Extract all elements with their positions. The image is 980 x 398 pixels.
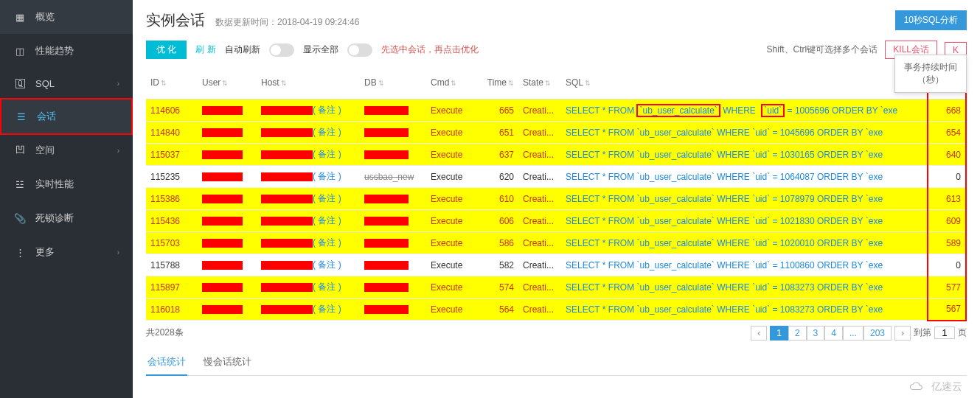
- cell-cmd: Execute: [426, 276, 478, 298]
- cell-sql[interactable]: SELECT * FROM `ub_user_calculate` WHERE …: [561, 254, 928, 276]
- tab-session-stats[interactable]: 会话统计: [146, 349, 187, 376]
- cell-state: Creati...: [518, 298, 561, 321]
- page-button[interactable]: 4: [824, 326, 843, 341]
- cell-time: 564: [478, 298, 518, 321]
- page-title: 实例会话: [146, 10, 205, 30]
- cell-db: [360, 100, 426, 122]
- sidebar-item-sql[interactable]: 🅀 SQL ›: [0, 68, 133, 100]
- col-db[interactable]: DB⇅: [360, 66, 426, 100]
- cell-state: Creati...: [518, 210, 561, 232]
- table-row[interactable]: 116018( 备注 )Execute564Creati...SELECT * …: [146, 298, 966, 321]
- sql-analysis-button[interactable]: 10秒SQL分析: [895, 10, 967, 30]
- page-button[interactable]: 3: [807, 326, 825, 341]
- sidebar-item-deadlock[interactable]: 📎 死锁诊断: [0, 201, 133, 235]
- cell-id: 114840: [146, 122, 198, 144]
- cell-cmd: Execute: [426, 166, 478, 188]
- col-sql[interactable]: SQL⇅: [561, 66, 928, 100]
- cell-id: 115788: [146, 254, 198, 276]
- cell-time: 574: [478, 276, 518, 298]
- cell-trx: 668: [928, 100, 966, 122]
- refresh-link[interactable]: 刷 新: [195, 43, 215, 56]
- cell-sql[interactable]: SELECT * FROM `ub_user_calculate` WHERE …: [561, 232, 928, 254]
- goto-page-input[interactable]: [934, 327, 955, 339]
- sidebar-item-perf-trend[interactable]: ◫ 性能趋势: [0, 34, 133, 68]
- cell-sql[interactable]: SELECT * FROM `ub_user_calculate` WHERE …: [561, 122, 928, 144]
- cell-sql[interactable]: SELECT * FROM `ub_user_calculate` WHERE …: [561, 210, 928, 232]
- cell-user: [198, 232, 257, 254]
- chevron-right-icon: ›: [117, 248, 119, 256]
- show-all-switch[interactable]: [347, 43, 372, 57]
- col-user[interactable]: User⇅: [198, 66, 257, 100]
- cell-sql[interactable]: SELECT * FROM `ub_user_calculate` WHERE …: [561, 188, 928, 210]
- goto-label: 到第: [914, 327, 931, 339]
- watermark: 亿速云: [908, 380, 962, 394]
- cell-sql[interactable]: SELECT * FROM `ub_user_calculate` WHERE …: [561, 100, 928, 122]
- cell-id: 116018: [146, 298, 198, 321]
- sort-icon: ⇅: [451, 80, 456, 87]
- cell-db: [360, 232, 426, 254]
- table-row[interactable]: 114840( 备注 )Execute651Creati...SELECT * …: [146, 122, 966, 144]
- page-button[interactable]: 2: [788, 326, 807, 341]
- sidebar-item-overview[interactable]: ▦ 概览: [0, 0, 133, 34]
- prev-page-button[interactable]: ‹: [751, 326, 767, 341]
- table-row[interactable]: 115386( 备注 )Execute610Creati...SELECT * …: [146, 188, 966, 210]
- cell-time: 651: [478, 122, 518, 144]
- sort-icon: ⇅: [585, 80, 591, 87]
- table-row[interactable]: 115788( 备注 )Execute582Creati...SELECT * …: [146, 254, 966, 276]
- cell-sql[interactable]: SELECT * FROM `ub_user_calculate` WHERE …: [561, 298, 928, 321]
- sidebar-item-more[interactable]: ⋮ 更多 ›: [0, 235, 133, 269]
- table-row[interactable]: 115703( 备注 )Execute586Creati...SELECT * …: [146, 232, 966, 254]
- cell-trx: 577: [928, 276, 966, 298]
- cell-cmd: Execute: [426, 254, 478, 276]
- cell-db: [360, 144, 426, 166]
- table-row[interactable]: 114606( 备注 )Execute665Creati...SELECT * …: [146, 100, 966, 122]
- sidebar-item-space[interactable]: 凹 空间 ›: [0, 133, 133, 167]
- col-host[interactable]: Host⇅: [257, 66, 360, 100]
- cell-state: Creati...: [518, 276, 561, 298]
- page-button[interactable]: 203: [863, 326, 892, 341]
- tab-slow-session-stats[interactable]: 慢会话统计: [202, 349, 253, 375]
- cell-host: ( 备注 ): [257, 144, 360, 166]
- cell-trx: 654: [928, 122, 966, 144]
- sidebar-item-session[interactable]: ☰ 会话: [1, 100, 131, 133]
- chart-icon: ◫: [13, 46, 27, 57]
- sidebar-item-label: 概览: [35, 10, 55, 24]
- page-button[interactable]: ...: [843, 326, 863, 341]
- grid-icon: ▦: [13, 12, 27, 23]
- cell-trx: 589: [928, 232, 966, 254]
- next-page-button[interactable]: ›: [894, 326, 911, 341]
- cell-host: ( 备注 ): [257, 276, 360, 298]
- layout-icon: 凹: [13, 144, 27, 157]
- col-time[interactable]: Time⇅: [478, 66, 518, 100]
- cell-state: Creati...: [518, 232, 561, 254]
- sort-icon: ⇅: [508, 80, 514, 87]
- table-row[interactable]: 115235( 备注 )ussbao_newExecute620Creati..…: [146, 166, 966, 188]
- optimize-button[interactable]: 优 化: [146, 41, 187, 59]
- monitor-icon: ☳: [13, 179, 27, 190]
- sidebar-item-realtime[interactable]: ☳ 实时性能: [0, 167, 133, 201]
- cell-db: [360, 210, 426, 232]
- chevron-right-icon: ›: [117, 80, 119, 88]
- cell-sql[interactable]: SELECT * FROM `ub_user_calculate` WHERE …: [561, 166, 928, 188]
- cell-cmd: Execute: [426, 298, 478, 321]
- cell-trx: 613: [928, 188, 966, 210]
- col-state[interactable]: State⇅: [518, 66, 561, 100]
- cell-host: ( 备注 ): [257, 254, 360, 276]
- cell-sql[interactable]: SELECT * FROM `ub_user_calculate` WHERE …: [561, 276, 928, 298]
- cell-host: ( 备注 ): [257, 210, 360, 232]
- table-row[interactable]: 115436( 备注 )Execute606Creati...SELECT * …: [146, 210, 966, 232]
- cell-db: ussbao_new: [360, 166, 426, 188]
- cell-cmd: Execute: [426, 232, 478, 254]
- auto-refresh-switch[interactable]: [269, 43, 294, 57]
- col-id[interactable]: ID⇅: [146, 66, 198, 100]
- page-button[interactable]: 1: [770, 326, 788, 341]
- table-row[interactable]: 115897( 备注 )Execute574Creati...SELECT * …: [146, 276, 966, 298]
- multi-select-hint: Shift、Ctrl键可选择多个会话: [767, 43, 878, 56]
- col-cmd[interactable]: Cmd⇅: [426, 66, 478, 100]
- show-all-label: 显示全部: [303, 43, 338, 56]
- cell-cmd: Execute: [426, 210, 478, 232]
- cell-sql[interactable]: SELECT * FROM `ub_user_calculate` WHERE …: [561, 144, 928, 166]
- cell-state: Creati...: [518, 122, 561, 144]
- table-row[interactable]: 115037( 备注 )Execute637Creati...SELECT * …: [146, 144, 966, 166]
- pagination: ‹ 1234...203 › 到第 页: [751, 326, 967, 341]
